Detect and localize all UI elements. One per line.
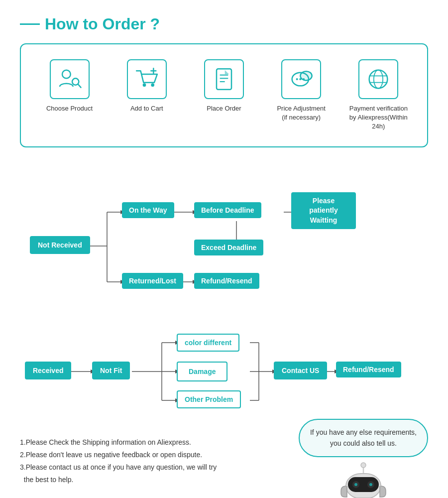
bubble-message: If you have any else requirements, you c…: [299, 419, 428, 457]
page-header: How to Order ?: [0, 0, 448, 38]
bottom-section: 1.Please Check the Shipping information …: [0, 436, 448, 498]
svg-point-4: [151, 83, 154, 87]
svg-point-15: [369, 70, 388, 89]
title-highlight: Order: [103, 15, 146, 33]
person-search-icon: [57, 67, 82, 92]
place-order-icon-box: [204, 59, 244, 99]
cart-icon: [134, 67, 159, 92]
step-price-adj-label: Price Adjustment(if necessary): [277, 104, 326, 122]
step-choose-product-label: Choose Product: [46, 104, 93, 113]
svg-point-3: [142, 83, 146, 87]
document-icon: [212, 67, 236, 92]
chat-bubble-icon: [289, 67, 314, 92]
bubble-line2: you could also tell us.: [330, 439, 397, 447]
node-please-wait: Please patientlyWaitting: [291, 192, 356, 230]
node-on-the-way: On the Way: [122, 202, 174, 218]
node-not-fit: Not Fit: [92, 362, 130, 379]
node-exceed-deadline: Exceed Deadline: [194, 240, 263, 255]
svg-point-16: [374, 70, 383, 89]
node-refund-resend-1: Refund/Resend: [194, 273, 259, 289]
svg-point-59: [369, 483, 372, 486]
node-returned-lost: Returned/Lost: [122, 273, 183, 289]
payment-icon-box: [358, 59, 398, 99]
add-to-cart-icon-box: [127, 59, 167, 99]
order-steps-box: Choose Product Add to Cart Place Order: [20, 43, 428, 147]
page-title: How to Order ?: [45, 15, 160, 33]
step-choose-product: Choose Product: [35, 59, 105, 113]
flowchart-received: Received Not Fit color different Damage …: [15, 317, 433, 426]
node-refund-resend-2: Refund/Resend: [336, 362, 401, 377]
svg-line-2: [78, 84, 81, 88]
choose-product-icon-box: [50, 59, 90, 99]
node-contact-us: Contact US: [274, 362, 327, 379]
svg-point-14: [303, 78, 305, 80]
node-damage: Damage: [177, 362, 227, 381]
node-before-deadline: Before Deadline: [194, 202, 261, 218]
svg-point-58: [354, 483, 357, 486]
step-payment-verification: Payment verificationby Aliexpress(Within…: [343, 59, 413, 131]
title-prefix: How to: [45, 15, 103, 33]
step-price-adjustment: Price Adjustment(if necessary): [266, 59, 336, 122]
bubble-line1: If you have any else requirements,: [310, 428, 417, 436]
globe-icon: [366, 67, 391, 92]
flowchart-not-received: Not Received On the Way Returned/Lost Be…: [15, 162, 433, 307]
robot-section: If you have any else requirements, you c…: [299, 419, 428, 498]
svg-point-13: [299, 78, 301, 80]
step-add-to-cart-label: Add to Cart: [130, 104, 163, 113]
svg-point-12: [296, 78, 298, 80]
step-place-order: Place Order: [189, 59, 259, 113]
svg-point-53: [361, 463, 366, 468]
title-suffix: ?: [146, 15, 160, 33]
node-other-problem: Other Problem: [177, 390, 241, 408]
node-color-different: color different: [177, 334, 239, 352]
node-received: Received: [25, 362, 71, 379]
robot-icon: [336, 461, 391, 498]
price-adj-icon-box: [281, 59, 321, 99]
node-not-received: Not Received: [30, 236, 90, 254]
svg-point-0: [62, 70, 71, 79]
step-place-order-label: Place Order: [207, 104, 241, 113]
step-payment-label: Payment verificationby Aliexpress(Within…: [343, 104, 413, 131]
header-decoration: [20, 23, 40, 25]
svg-rect-5: [217, 69, 231, 90]
step-add-to-cart: Add to Cart: [112, 59, 182, 113]
